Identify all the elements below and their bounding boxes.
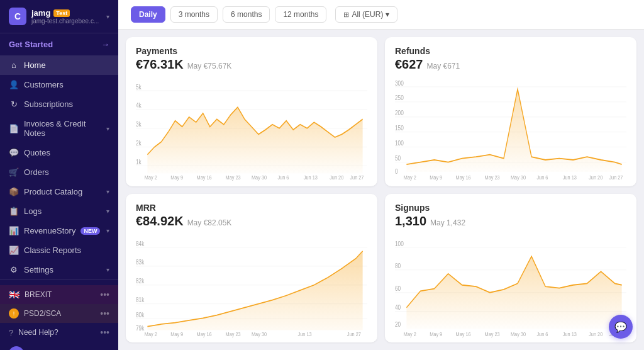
12months-button[interactable]: 12 months: [275, 6, 326, 23]
svg-text:May 2: May 2: [404, 174, 416, 181]
svg-text:May 23: May 23: [485, 330, 500, 337]
svg-text:Jun 27: Jun 27: [347, 330, 361, 337]
svg-text:May 30: May 30: [252, 174, 267, 181]
get-started-link[interactable]: Get Started →: [0, 33, 118, 55]
chat-icon: 💬: [614, 321, 627, 333]
sidebar-item-revenuestory[interactable]: 📊 RevenueStory NEW ▾: [0, 221, 118, 240]
svg-text:100: 100: [395, 139, 404, 147]
svg-text:82k: 82k: [136, 277, 145, 285]
svg-text:50: 50: [395, 154, 401, 162]
chevron-down-icon: ▾: [106, 266, 109, 273]
app-logo: C: [9, 8, 26, 25]
get-started-arrow-icon: →: [101, 40, 109, 49]
brexit-label: BREXIT: [25, 290, 52, 299]
brand-tag: Test: [53, 9, 70, 17]
sidebar-footer: 🇬🇧 BREXIT ••• ! PSD2/SCA ••• ? Need Help…: [0, 279, 118, 350]
sidebar-header[interactable]: C jamg Test jamg-test.chargebee.c... ▾: [0, 0, 118, 33]
payments-chart-area: 5k 4k 3k 2k 1k May 2 May 9 May 16 May 23…: [136, 76, 367, 181]
sidebar-item-settings[interactable]: ⚙ Settings ▾: [0, 260, 118, 279]
svg-text:May 30: May 30: [511, 330, 526, 337]
help-item[interactable]: ? Need Help? •••: [0, 323, 118, 342]
signups-value: 1,310: [395, 214, 426, 229]
mrr-value: €84.92K: [136, 214, 184, 229]
sidebar-item-label: Classic Reports: [24, 246, 81, 255]
sidebar-item-home[interactable]: ⌂ Home: [0, 55, 118, 75]
refunds-prev: May €671: [427, 62, 460, 71]
3months-button[interactable]: 3 months: [170, 6, 218, 23]
svg-text:May 16: May 16: [197, 330, 212, 337]
6months-button[interactable]: 6 months: [223, 6, 270, 23]
payments-title: Payments: [136, 46, 367, 56]
svg-text:May 2: May 2: [404, 330, 416, 337]
topbar: Daily 3 months 6 months 12 months ⊞ All …: [118, 0, 644, 30]
sidebar-item-invoices[interactable]: 📄 Invoices & Credit Notes ▾: [0, 114, 118, 143]
signups-chart-area: 100 80 60 40 20 May 2 May 9 May 16 May 2…: [395, 232, 626, 338]
svg-text:Jun 13: Jun 13: [563, 174, 577, 181]
refunds-value: €627: [395, 57, 423, 72]
sidebar-item-logs[interactable]: 📋 Logs ▾: [0, 201, 118, 221]
sidebar-item-subscriptions[interactable]: ↻ Subscriptions: [0, 94, 118, 114]
svg-text:Jun 20: Jun 20: [330, 174, 343, 181]
grid-icon: ⊞: [343, 11, 349, 19]
sidebar-item-orders[interactable]: 🛒 Orders: [0, 162, 118, 182]
svg-text:200: 200: [395, 109, 404, 116]
currency-selector[interactable]: ⊞ All (EUR) ▾: [335, 6, 397, 23]
svg-text:3k: 3k: [136, 120, 142, 128]
daily-button[interactable]: Daily: [131, 6, 165, 23]
get-started-label: Get Started: [9, 40, 53, 49]
chevron-down-icon: ▾: [106, 125, 109, 132]
svg-text:May 30: May 30: [511, 174, 526, 181]
brand-name: jamg: [31, 8, 50, 18]
sidebar-item-label: Product Catalog: [24, 187, 82, 196]
sidebar-item-label: Orders: [24, 167, 49, 177]
chevron-down-icon: ▾: [386, 10, 389, 19]
svg-text:May 23: May 23: [226, 174, 241, 181]
chevron-down-icon: ▾: [106, 188, 109, 195]
more-dots-icon[interactable]: •••: [100, 290, 109, 300]
signups-prev: May 1,432: [430, 218, 465, 227]
user-item[interactable]: JH Julien HEDOUX •••: [0, 342, 118, 350]
more-dots-icon[interactable]: •••: [100, 308, 109, 319]
svg-text:5k: 5k: [136, 82, 142, 90]
psd2-item[interactable]: ! PSD2/SCA •••: [0, 304, 118, 323]
svg-text:100: 100: [395, 239, 404, 247]
currency-label: All (EUR): [352, 10, 383, 19]
svg-text:Jun 6: Jun 6: [277, 174, 289, 181]
svg-text:May 23: May 23: [226, 330, 241, 337]
refunds-title: Refunds: [395, 46, 626, 56]
sidebar-item-label: Customers: [24, 80, 64, 89]
psd2-icon: !: [9, 308, 19, 319]
sidebar-item-quotes[interactable]: 💬 Quotes: [0, 143, 118, 162]
sidebar-item-product-catalog[interactable]: 📦 Product Catalog ▾: [0, 182, 118, 201]
customers-icon: 👤: [9, 80, 19, 89]
brexit-item[interactable]: 🇬🇧 BREXIT •••: [0, 285, 118, 304]
svg-text:2k: 2k: [136, 139, 142, 147]
svg-text:May 9: May 9: [170, 174, 183, 181]
svg-text:4k: 4k: [136, 101, 142, 109]
sidebar-item-label: Invoices & Credit Notes: [24, 119, 101, 138]
payments-chart-card: Payments €76.31K May €75.67K: [126, 37, 377, 186]
chat-button[interactable]: 💬: [609, 315, 633, 339]
svg-text:May 16: May 16: [456, 330, 471, 337]
sidebar-item-label: RevenueStory: [24, 226, 75, 235]
uk-flag-icon: 🇬🇧: [9, 290, 19, 300]
svg-text:May 16: May 16: [197, 174, 212, 181]
svg-text:May 9: May 9: [430, 174, 442, 181]
svg-text:Jun 6: Jun 6: [536, 174, 548, 181]
svg-text:84k: 84k: [136, 239, 145, 247]
sidebar-item-classic-reports[interactable]: 📈 Classic Reports: [0, 240, 118, 260]
sidebar-item-customers[interactable]: 👤 Customers: [0, 75, 118, 94]
svg-text:May 30: May 30: [252, 330, 267, 337]
payments-value: €76.31K: [136, 57, 184, 72]
more-dots-icon[interactable]: •••: [100, 327, 109, 337]
svg-text:80: 80: [395, 262, 401, 269]
payments-chart-svg: 5k 4k 3k 2k 1k May 2 May 9 May 16 May 23…: [136, 76, 367, 181]
refunds-chart-area: 300 250 200 150 100 50 0 May 2 May 9 May…: [395, 76, 626, 181]
orders-icon: 🛒: [9, 167, 19, 177]
svg-text:83k: 83k: [136, 258, 145, 266]
svg-text:May 2: May 2: [145, 330, 157, 337]
svg-text:Jun 13: Jun 13: [563, 330, 577, 337]
mrr-chart-svg: 84k 83k 82k 81k 80k 79k May 2 May 9 May …: [136, 232, 367, 338]
svg-text:May 16: May 16: [456, 174, 471, 181]
settings-icon: ⚙: [9, 265, 19, 274]
